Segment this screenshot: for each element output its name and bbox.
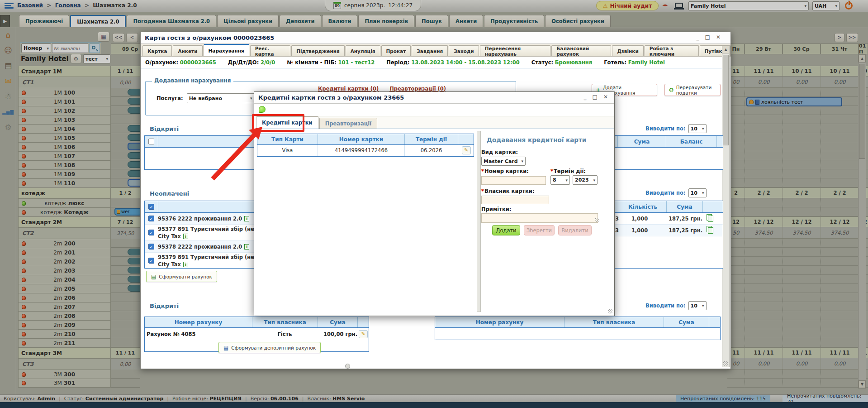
- column-header[interactable]: Сума: [666, 201, 702, 212]
- credit-cards-tab[interactable]: Кредитні картки: [256, 116, 318, 129]
- guest-card-tab[interactable]: Картка: [142, 45, 172, 56]
- copy-icon[interactable]: [708, 227, 713, 234]
- unpaid-charges-title: Неоплачені: [150, 190, 189, 197]
- per-page-label: Виводити по:: [645, 302, 686, 309]
- textarea-resize-handle[interactable]: [595, 218, 599, 222]
- charge-values-row: 3 1,000 187,25 грн.: [610, 213, 723, 225]
- add-charge-legend: Додавання нарахування: [152, 77, 233, 84]
- guest-card-tab[interactable]: Анкети: [173, 45, 202, 56]
- minimize-icon[interactable]: _: [584, 94, 587, 100]
- delete-card-button[interactable]: Видалити: [558, 225, 592, 235]
- open-charges-title: Відкриті: [150, 125, 179, 132]
- credit-cards-tab[interactable]: Преавторизації: [319, 118, 377, 129]
- column-header[interactable]: Тип власника: [252, 317, 318, 327]
- column-header[interactable]: Баланс: [666, 136, 716, 147]
- scroll-thumb[interactable]: [723, 55, 729, 145]
- credit-cards-titlebar[interactable]: Кредитні картки гостя з о/рахунком 23665…: [254, 92, 614, 104]
- card-year-select[interactable]: 2023▾: [573, 175, 598, 185]
- resize-handle[interactable]: [608, 309, 612, 314]
- card-owner-label: *Власник картки:: [481, 188, 535, 194]
- guest-card-tab[interactable]: Прокат: [381, 45, 411, 56]
- close-icon[interactable]: ✕: [716, 34, 721, 40]
- guest-card-titlebar[interactable]: Карта гостя з о/рахунком 0000023665 _ □ …: [141, 32, 730, 44]
- column-header[interactable]: Номер картки: [318, 134, 404, 144]
- add-card-button[interactable]: Додати: [492, 225, 520, 235]
- edit-icon[interactable]: ✎: [359, 330, 368, 338]
- table-scrollbar[interactable]: [477, 131, 481, 312]
- credit-cards-link[interactable]: Кредитні картки (0): [318, 86, 379, 92]
- accounts-table-right: Номер рахунку Тип власника Сума: [435, 317, 721, 340]
- recalculate-taxes-button[interactable]: ♻ Перерахувати податки: [664, 84, 721, 96]
- checkbox-checked[interactable]: ✓: [148, 244, 154, 250]
- select-all-checkbox[interactable]: ✓: [148, 204, 154, 210]
- maximize-icon[interactable]: □: [705, 34, 710, 40]
- select-all-checkbox[interactable]: [148, 139, 154, 144]
- open-accounts-title: Відкриті: [150, 302, 179, 309]
- reservation-info-row: О/рахунок: 0000023665Др/Дт/ДО: 2/0/0№ кі…: [141, 57, 730, 68]
- service-label: Послуга:: [157, 95, 183, 101]
- deposit-icon: ▤: [223, 345, 228, 351]
- info-icon[interactable]: i: [183, 262, 188, 267]
- column-header[interactable]: Тип власника: [564, 317, 664, 327]
- scroll-up-icon[interactable]: ▲: [722, 46, 729, 53]
- credit-cards-toolbar: [254, 104, 614, 116]
- guest-card-tab[interactable]: Перенесення нарахувань: [480, 45, 551, 56]
- account-row[interactable]: Рахунок № 4085 Гість 100,00 грн. ✎: [145, 328, 369, 340]
- column-header[interactable]: Термін дії: [404, 134, 458, 144]
- info-icon[interactable]: i: [244, 216, 249, 221]
- credit-card-row[interactable]: Visa 4149499994172466 06.2026 ✎: [257, 145, 474, 156]
- guest-card-tab[interactable]: Ануляція: [346, 45, 380, 56]
- credit-cards-title: Кредитні картки гостя з о/рахунком 23665: [254, 94, 404, 101]
- create-invoice-button[interactable]: ▤ Сформувати рахунок: [146, 271, 217, 282]
- card-owner-input[interactable]: [481, 196, 549, 204]
- preauth-link[interactable]: Преавторизації (0): [389, 86, 446, 92]
- invoice-icon: ▤: [151, 274, 156, 280]
- per-page-label: Виводити по:: [645, 190, 686, 196]
- minimize-icon[interactable]: _: [697, 34, 699, 40]
- guest-card-tab[interactable]: Заходи: [449, 45, 479, 56]
- add-card-form-title: Додавання кредитної карти: [487, 136, 586, 144]
- guest-card-tab[interactable]: Підтвердження: [291, 45, 345, 56]
- info-icon[interactable]: i: [244, 244, 249, 250]
- credit-cards-modal: Кредитні картки гостя з о/рахунком 23665…: [254, 91, 615, 316]
- column-header[interactable]: Номер рахунку: [435, 317, 564, 327]
- resize-handle[interactable]: [723, 361, 728, 366]
- info-pair: Готель: Family Hotel: [604, 59, 665, 66]
- create-deposit-account-button[interactable]: ▤ Сформувати депозитний рахунок: [218, 342, 321, 353]
- column-header[interactable]: Сума: [318, 317, 357, 327]
- notes-textarea[interactable]: [481, 213, 598, 223]
- card-month-select[interactable]: 8▾: [550, 175, 570, 185]
- column-header[interactable]: Кількість: [619, 201, 666, 212]
- column-header[interactable]: Тип Карти: [257, 134, 318, 144]
- guest-card-tab[interactable]: Балансовий рахунок: [551, 45, 611, 56]
- copy-icon[interactable]: [708, 216, 713, 222]
- card-number-input[interactable]: [481, 176, 546, 185]
- column-header[interactable]: Номер рахунку: [145, 317, 252, 327]
- close-icon[interactable]: ✕: [603, 94, 608, 100]
- checkbox-checked[interactable]: ✓: [148, 230, 154, 235]
- save-card-button[interactable]: Зберегти: [524, 225, 555, 235]
- card-kind-label: Вид картки:: [481, 149, 518, 155]
- info-pair: Період: 13.08.2023 14:00 - 15.08.2023 12…: [386, 59, 520, 66]
- service-select[interactable]: Не вибрано▾: [187, 93, 255, 103]
- per-page-select[interactable]: 10▾: [688, 188, 707, 197]
- guest-card-tab[interactable]: Нарахування: [204, 44, 249, 56]
- guest-card-tab[interactable]: Завдання: [412, 45, 448, 56]
- per-page-select[interactable]: 10▾: [688, 301, 707, 310]
- charge-values-row: 3 1,000 187,25 грн.: [610, 225, 723, 236]
- column-header[interactable]: Сума: [664, 317, 709, 327]
- info-pair: № кімнати - ПІБ: 101 - тест12: [287, 59, 375, 66]
- info-pair: О/рахунок: 0000023665: [145, 59, 216, 66]
- checkbox-checked[interactable]: ✓: [148, 216, 154, 221]
- card-kind-select[interactable]: Master Card▾: [481, 157, 526, 166]
- maximize-icon[interactable]: □: [593, 94, 598, 100]
- checkbox-checked[interactable]: ✓: [148, 258, 154, 264]
- per-page-select[interactable]: 10▾: [688, 124, 707, 133]
- guest-card-tab[interactable]: Реєс. картка: [250, 45, 291, 56]
- edit-icon[interactable]: ✎: [462, 146, 471, 154]
- column-header[interactable]: Сума: [617, 136, 666, 147]
- guest-card-tab[interactable]: Дзвінки: [612, 45, 643, 56]
- comment-bubble-icon[interactable]: [259, 106, 266, 113]
- info-icon[interactable]: i: [183, 234, 188, 239]
- guest-card-tab[interactable]: Робота з ключами: [645, 45, 699, 56]
